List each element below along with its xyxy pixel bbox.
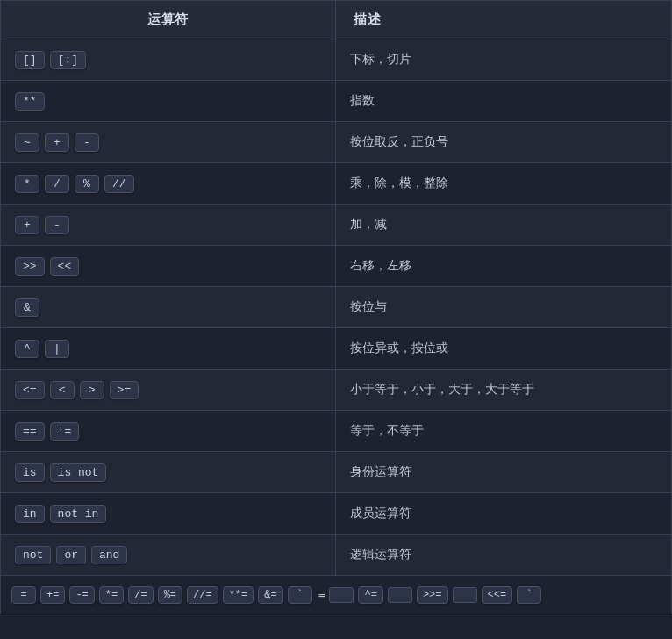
operator-badge: % — [75, 175, 99, 193]
table-row: <=<>>=小于等于，小于，大于，大于等于 — [1, 370, 671, 411]
operator-badge: is — [15, 463, 45, 482]
desc-cell: 右移，左移 — [336, 246, 671, 286]
ops-cell: ~+- — [1, 122, 336, 162]
operator-badge: or — [56, 546, 86, 564]
bottom-eq-text: = — [318, 588, 325, 601]
kbd-xor-eq: ^= — [358, 586, 382, 604]
ops-cell: & — [1, 287, 336, 327]
kbd-assign: = — [11, 586, 36, 604]
dark-sq-2 — [388, 587, 412, 603]
desc-cell: 成员运算符 — [336, 493, 671, 534]
kbd-backtick2: ` — [517, 586, 541, 604]
operator-badge: > — [80, 381, 104, 399]
table-row: ^|按位异或，按位或 — [1, 328, 671, 370]
kbd-and-eq: &= — [258, 586, 282, 604]
table-row: isis not身份运算符 — [1, 452, 671, 493]
kbd-plus-eq: += — [40, 586, 65, 604]
operator-badge: <= — [15, 381, 45, 399]
desc-cell: 按位取反，正负号 — [336, 122, 671, 162]
desc-cell: 按位与 — [336, 287, 671, 327]
dark-sq-3 — [453, 587, 477, 603]
table-body: [][:]下标，切片**指数~+-按位取反，正负号*/%//乘，除，模，整除+-… — [1, 39, 671, 576]
desc-cell: 指数 — [336, 81, 671, 121]
operator-badge: // — [104, 175, 134, 193]
operator-badge: | — [45, 340, 69, 358]
operator-badge: < — [50, 381, 75, 399]
desc-cell: 等于，不等于 — [336, 411, 671, 451]
ops-cell: >><< — [1, 246, 336, 286]
operator-badge: ~ — [15, 133, 39, 152]
table-row: [][:]下标，切片 — [1, 39, 671, 81]
operator-badge: + — [45, 133, 69, 152]
desc-cell: 乘，除，模，整除 — [336, 163, 671, 204]
ops-cell: ^| — [1, 328, 336, 369]
kbd-floordiv-eq: //= — [187, 586, 218, 604]
kbd-rshift-eq: >>= — [417, 586, 448, 604]
dark-sq-1 — [329, 587, 354, 603]
operator-badge: / — [45, 175, 69, 193]
operator-badge: >= — [110, 381, 139, 399]
table-header: 运算符 描述 — [1, 1, 671, 39]
operator-badge: != — [50, 422, 80, 441]
table-row: ==!=等于，不等于 — [1, 411, 671, 452]
operator-badge: + — [15, 216, 39, 234]
operator-badge: - — [45, 216, 69, 234]
ops-cell: notorand — [1, 535, 336, 575]
operator-badge: in — [15, 505, 45, 523]
desc-cell: 小于等于，小于，大于，大于等于 — [336, 370, 671, 410]
table-row: +-加，减 — [1, 205, 671, 246]
table-row: **指数 — [1, 81, 671, 122]
kbd-minus-eq: -= — [69, 586, 94, 604]
ops-cell: innot in — [1, 493, 336, 534]
ops-cell: <=<>>= — [1, 370, 336, 410]
table-row: innot in成员运算符 — [1, 493, 671, 535]
desc-cell: 下标，切片 — [336, 39, 671, 80]
operator-badge: not in — [50, 505, 107, 523]
ops-cell: [][:] — [1, 39, 336, 80]
operator-badge: [] — [15, 51, 45, 69]
kbd-mod-eq: %= — [158, 586, 182, 604]
kbd-pow-eq: **= — [223, 586, 254, 604]
header-col-operator: 运算符 — [1, 1, 336, 39]
operator-badge: ** — [15, 92, 45, 111]
ops-cell: ** — [1, 81, 336, 121]
operator-badge: and — [91, 546, 127, 564]
operator-badge: * — [15, 175, 39, 193]
operator-badge: not — [15, 546, 51, 564]
operator-badge: & — [15, 298, 39, 317]
operator-badge: << — [50, 257, 80, 276]
kbd-backtick1: ` — [288, 586, 312, 604]
table-row: ~+-按位取反，正负号 — [1, 122, 671, 163]
desc-cell: 按位异或，按位或 — [336, 328, 671, 369]
kbd-mul-eq: *= — [99, 586, 124, 604]
desc-cell: 身份运算符 — [336, 452, 671, 492]
table-row: >><<右移，左移 — [1, 246, 671, 287]
operator-badge: >> — [15, 257, 45, 276]
table-row: notorand逻辑运算符 — [1, 535, 671, 576]
desc-cell: 逻辑运算符 — [336, 535, 671, 575]
operator-badge: == — [15, 422, 45, 441]
kbd-lshift-eq: <<= — [482, 586, 513, 604]
ops-cell: isis not — [1, 452, 336, 492]
operator-badge: [:] — [50, 51, 86, 69]
ops-cell: */%// — [1, 163, 336, 204]
table-row: */%//乘，除，模，整除 — [1, 163, 671, 205]
operator-badge: ^ — [15, 340, 39, 358]
operator-badge: is not — [50, 463, 107, 482]
header-col-description: 描述 — [336, 1, 671, 39]
ops-cell: +- — [1, 205, 336, 245]
desc-cell: 加，减 — [336, 205, 671, 245]
kbd-div-eq: /= — [128, 586, 153, 604]
bottom-bar-row: = += -= *= /= %= //= **= &= ` = ^= >>= <… — [1, 576, 671, 614]
operators-table: 运算符 描述 [][:]下标，切片**指数~+-按位取反，正负号*/%//乘，除… — [0, 0, 672, 614]
table-row: &按位与 — [1, 287, 671, 328]
operator-badge: - — [75, 133, 99, 152]
ops-cell: ==!= — [1, 411, 336, 451]
